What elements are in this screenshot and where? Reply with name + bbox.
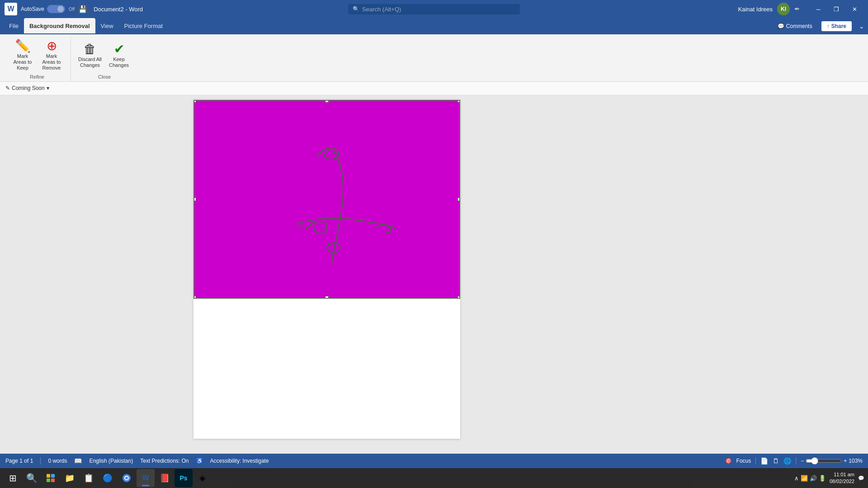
comments-icon: 💬 [778, 23, 784, 29]
resize-handle-top-left[interactable] [193, 100, 196, 103]
taskbar-explorer-button[interactable] [42, 469, 60, 487]
share-icon: ↑ [827, 23, 830, 29]
keep-changes-button[interactable]: ✔ Keep Changes [105, 40, 132, 71]
search-icon: 🔍 [353, 6, 359, 12]
battery-icon[interactable]: 🔋 [819, 475, 826, 482]
autosave-label: AutoSave [21, 6, 44, 12]
status-right: 🎯 Focus 📄 🗒 🌐 − + 103% [725, 457, 863, 465]
image-container[interactable] [193, 100, 460, 299]
font-dropdown-icon[interactable]: ▾ [47, 85, 49, 91]
ribbon: File Background Removal View Picture For… [0, 18, 868, 82]
taskbar-word-button[interactable]: W [137, 469, 155, 487]
autosave-area: AutoSave Off [21, 5, 75, 13]
refine-buttons: ✏️ Mark Areas to Keep ⊕ Mark Areas to Re… [9, 38, 65, 73]
expand-tray-icon[interactable]: ∧ [794, 475, 799, 482]
title-bar: W AutoSave Off 💾 Document2 - Word 🔍 Kain… [0, 0, 868, 18]
discard-all-changes-button[interactable]: 🗑 Discard All Changes [76, 40, 104, 71]
taskbar-tasks-button[interactable]: 📋 [80, 469, 98, 487]
font-selector[interactable]: ✎ Coming Soon ▾ [5, 85, 49, 91]
maximize-button[interactable]: ❐ [827, 0, 845, 18]
zoom-slider[interactable] [806, 457, 842, 465]
resize-handle-bottom-right[interactable] [458, 296, 460, 299]
mark-keep-label: Mark Areas to Keep [11, 53, 34, 71]
taskbar-misc-button[interactable]: ◈ [193, 469, 212, 487]
signature-image [236, 120, 417, 278]
pen-icon[interactable]: ✒ [794, 5, 800, 13]
taskbar-right: ∧ 📶 🔊 🔋 11:01 am 08/02/2022 💬 [794, 471, 864, 485]
mark-keep-icon: ✏️ [15, 40, 31, 52]
focus-icon: 🎯 [725, 458, 732, 464]
font-pencil-icon: ✎ [5, 85, 10, 91]
notification-icon[interactable]: 💬 [858, 475, 864, 481]
proofread-icon[interactable]: 📖 [74, 457, 82, 465]
status-bar: Page 1 of 1 0 words 📖 English (Pakistan)… [0, 454, 868, 468]
volume-icon[interactable]: 🔊 [810, 475, 817, 482]
minimize-button[interactable]: ─ [809, 0, 827, 18]
clock-time: 11:01 am [830, 471, 854, 478]
svg-rect-2 [51, 474, 55, 478]
zoom-control: − + 103% [801, 457, 863, 465]
resize-handle-middle-right[interactable] [458, 197, 460, 201]
taskbar-acrobat-button[interactable]: 📕 [156, 469, 174, 487]
tab-picture-format[interactable]: Picture Format [119, 18, 168, 34]
svg-rect-1 [47, 474, 50, 478]
resize-handle-middle-left[interactable] [193, 197, 196, 201]
ribbon-tabs: File Background Removal View Picture For… [0, 18, 868, 34]
tab-file[interactable]: File [4, 18, 24, 34]
svg-rect-4 [51, 479, 55, 482]
taskbar-search-button[interactable]: 🔍 [23, 469, 41, 487]
search-bar[interactable]: 🔍 [348, 4, 520, 14]
web-view-icon[interactable]: 🌐 [783, 457, 791, 465]
mark-areas-keep-button[interactable]: ✏️ Mark Areas to Keep [9, 38, 36, 73]
read-view-icon[interactable]: 📄 [760, 457, 768, 465]
taskbar-fileexplorer-button[interactable]: 📁 [61, 469, 79, 487]
tab-view[interactable]: View [95, 18, 119, 34]
document-area [154, 95, 500, 480]
keep-label: Keep Changes [107, 56, 131, 68]
zoom-in-icon[interactable]: + [844, 458, 847, 464]
save-icon[interactable]: 💾 [78, 5, 87, 14]
zoom-out-icon[interactable]: − [801, 458, 804, 464]
taskbar-edge-button[interactable]: 🔵 [99, 469, 117, 487]
clock-date: 08/02/2022 [830, 478, 854, 485]
zoom-percent[interactable]: 103% [849, 458, 863, 464]
focus-label[interactable]: Focus [736, 458, 751, 464]
format-bar: ✎ Coming Soon ▾ [0, 82, 868, 95]
right-margin [500, 95, 868, 480]
comments-button[interactable]: 💬 Comments [772, 21, 818, 31]
system-clock[interactable]: 11:01 am 08/02/2022 [830, 471, 854, 485]
ribbon-group-close: 🗑 Discard All Changes ✔ Keep Changes Clo… [71, 36, 138, 81]
resize-handle-bottom-left[interactable] [193, 296, 196, 299]
resize-handle-bottom-middle[interactable] [325, 296, 329, 299]
accessibility-label[interactable]: Accessibility: Investigate [210, 458, 269, 464]
autosave-toggle[interactable] [47, 5, 65, 13]
status-sep-2 [755, 457, 756, 465]
user-name: Kainat Idrees [738, 6, 773, 13]
svg-point-0 [360, 219, 361, 220]
mark-areas-remove-button[interactable]: ⊕ Mark Areas to Remove [38, 38, 65, 73]
start-button[interactable]: ⊞ [4, 469, 22, 487]
word-logo-icon: W [5, 3, 17, 15]
discard-label: Discard All Changes [78, 56, 102, 68]
text-predictions[interactable]: Text Predictions: On [140, 458, 189, 464]
share-button[interactable]: ↑ Share [821, 21, 852, 31]
close-button[interactable]: ✕ [845, 0, 863, 18]
print-view-icon[interactable]: 🗒 [773, 457, 779, 465]
word-count: 0 words [48, 458, 67, 464]
discard-icon: 🗑 [84, 43, 96, 56]
image-background [194, 101, 459, 298]
taskbar-chrome-button[interactable] [118, 469, 136, 487]
language[interactable]: English (Pakistan) [89, 458, 133, 464]
taskbar-photoshop-button[interactable]: Ps [175, 469, 193, 487]
user-avatar[interactable]: KI [777, 3, 790, 15]
ribbon-right-actions: 💬 Comments ↑ Share ⌄ [772, 21, 864, 31]
doc-title: Document2 - Word [94, 6, 143, 13]
status-sep-3 [796, 457, 796, 465]
svg-point-7 [125, 477, 128, 479]
search-input[interactable] [362, 6, 515, 13]
ribbon-expand-icon[interactable]: ⌄ [859, 23, 864, 30]
wifi-icon[interactable]: 📶 [801, 475, 808, 482]
resize-handle-top-middle[interactable] [325, 100, 329, 103]
tab-background-removal[interactable]: Background Removal [24, 18, 95, 34]
resize-handle-top-right[interactable] [458, 100, 460, 103]
